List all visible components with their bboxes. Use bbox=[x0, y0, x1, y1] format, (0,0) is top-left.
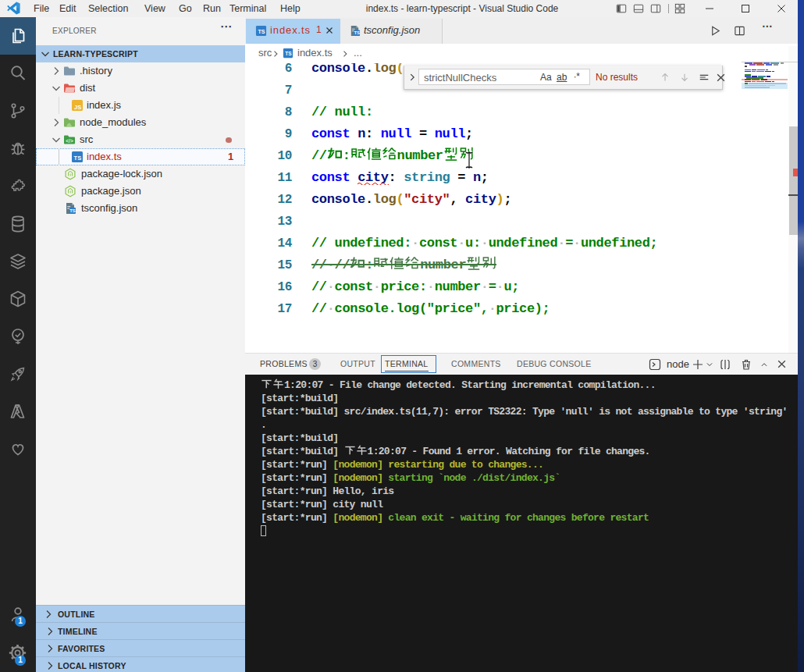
svg-text:TS: TS bbox=[285, 51, 292, 56]
svg-text:JS: JS bbox=[74, 104, 81, 111]
svg-text:TS: TS bbox=[354, 30, 360, 35]
svg-text:TS: TS bbox=[74, 155, 82, 162]
svg-text:TS: TS bbox=[258, 29, 265, 34]
svg-text:</>: </> bbox=[66, 138, 73, 144]
svg-text:TS: TS bbox=[69, 208, 76, 213]
